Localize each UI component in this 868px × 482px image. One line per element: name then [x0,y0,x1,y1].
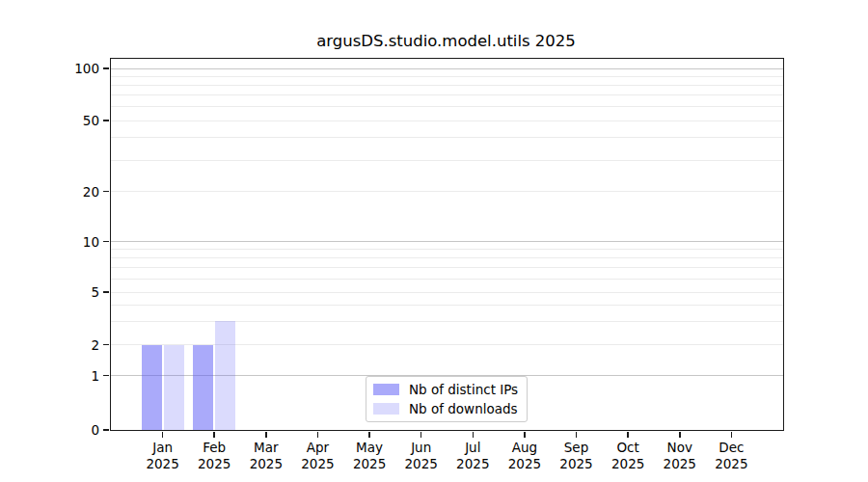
axis-ticks-layer: 0125102050100Jan2025Feb2025Mar2025Apr202… [111,59,783,430]
y-tick-label-5: 5 [38,284,99,300]
y-tickmark-50 [103,120,109,121]
legend-label-distinct-ips: Nb of distinct IPs [409,382,518,397]
x-tickmark-oct [627,432,629,438]
x-tick-label-dec: Dec2025 [697,440,765,472]
y-tickmark-0 [103,429,109,431]
y-tick-label-10: 10 [38,234,99,250]
y-tick-label-20: 20 [38,184,99,200]
x-tickmark-jun [420,432,422,438]
y-tickmark-20 [103,191,109,193]
y-tickmark-2 [103,344,109,346]
y-tick-label-100: 100 [38,61,99,76]
figure: argusDS.studio.model.utils 2025 01251020… [0,0,868,482]
x-tickmark-may [368,432,370,438]
legend-label-downloads: Nb of downloads [409,401,518,416]
y-tickmark-100 [103,67,109,69]
x-tickmark-dec [731,432,733,438]
y-tick-label-50: 50 [38,113,99,128]
legend-item-downloads: Nb of downloads [366,401,527,416]
y-tickmark-10 [103,241,109,243]
legend: Nb of distinct IPs Nb of downloads [366,376,528,422]
y-tick-label-2: 2 [38,337,99,353]
y-tickmark-1 [103,375,109,377]
y-tickmark-5 [103,291,109,293]
x-tickmark-feb [213,432,215,438]
plot-area: 0125102050100Jan2025Feb2025Mar2025Apr202… [110,58,784,431]
y-tick-label-0: 0 [38,422,99,438]
legend-item-distinct-ips: Nb of distinct IPs [366,382,527,397]
x-tickmark-nov [679,432,681,438]
y-tick-label-1: 1 [38,368,99,384]
chart-title: argusDS.studio.model.utils 2025 [110,32,782,51]
x-tickmark-jul [473,432,475,438]
x-tickmark-sep [576,432,578,438]
x-tickmark-apr [317,432,319,438]
x-tickmark-mar [265,432,267,438]
legend-swatch-distinct-ips [373,384,399,396]
x-tickmark-aug [524,432,526,438]
legend-swatch-downloads [373,403,399,415]
x-tickmark-jan [162,432,164,438]
